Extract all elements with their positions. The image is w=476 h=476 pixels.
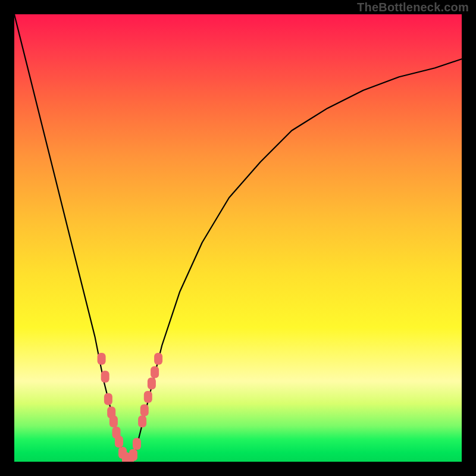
marker-point [148,377,156,389]
marker-point [138,415,146,427]
marker-point [104,393,112,405]
marker-point [98,353,106,365]
watermark-text: TheBottleneck.com [357,1,469,14]
marker-point [129,449,137,461]
marker-point [101,371,109,383]
chart-plot-area [14,14,462,462]
marker-point [109,415,118,427]
marker-point [115,436,123,447]
marker-point [144,391,152,403]
marker-point [133,438,141,450]
marker-point [140,405,149,416]
marker-point [151,367,159,378]
highlighted-points [98,353,163,462]
chart-svg [14,14,462,462]
marker-point [154,353,162,365]
bottleneck-curve [14,14,462,462]
